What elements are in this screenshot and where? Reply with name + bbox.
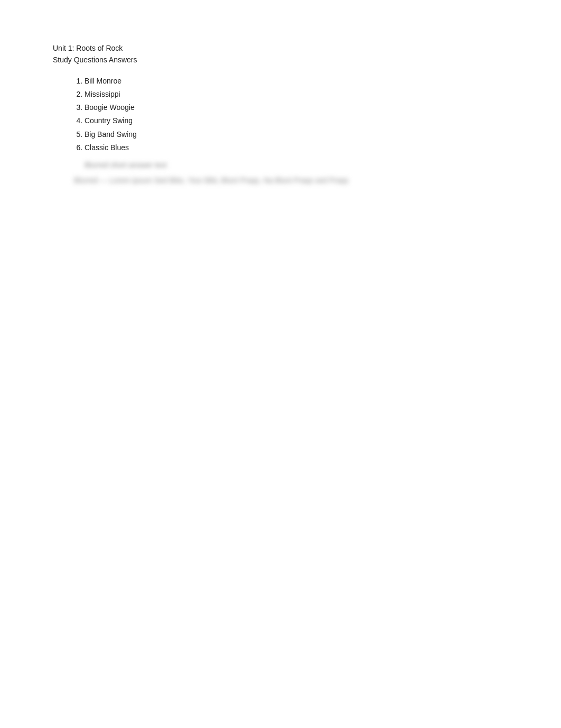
list-item-text: Mississippi — [85, 90, 120, 98]
document-title: Unit 1: Roots of Rock Study Questions An… — [53, 42, 508, 66]
list-item-text: Bill Monroe — [85, 77, 121, 85]
blurred-answer-long: Blurred — Lorem ipsum Sed Bibx, Your Bib… — [53, 174, 508, 187]
list-item: Mississippi — [85, 88, 508, 101]
list-item: Boogie Woogie — [85, 101, 508, 114]
list-item: Classic Blues — [85, 141, 508, 154]
list-item-text: Boogie Woogie — [85, 103, 135, 112]
list-item-text: Country Swing — [85, 116, 133, 125]
title-line2: Study Questions Answers — [53, 54, 508, 66]
blurred-answer-short: Blurred short answer text — [53, 159, 508, 172]
list-item: Big Band Swing — [85, 128, 508, 141]
list-item: Country Swing — [85, 114, 508, 127]
answer-list: Bill Monroe Mississippi Boogie Woogie Co… — [53, 75, 508, 154]
document-container: Unit 1: Roots of Rock Study Questions An… — [53, 42, 508, 187]
title-line1: Unit 1: Roots of Rock — [53, 42, 508, 54]
list-item-text: Classic Blues — [85, 143, 129, 152]
list-item: Bill Monroe — [85, 75, 508, 88]
list-item-text: Big Band Swing — [85, 130, 137, 139]
